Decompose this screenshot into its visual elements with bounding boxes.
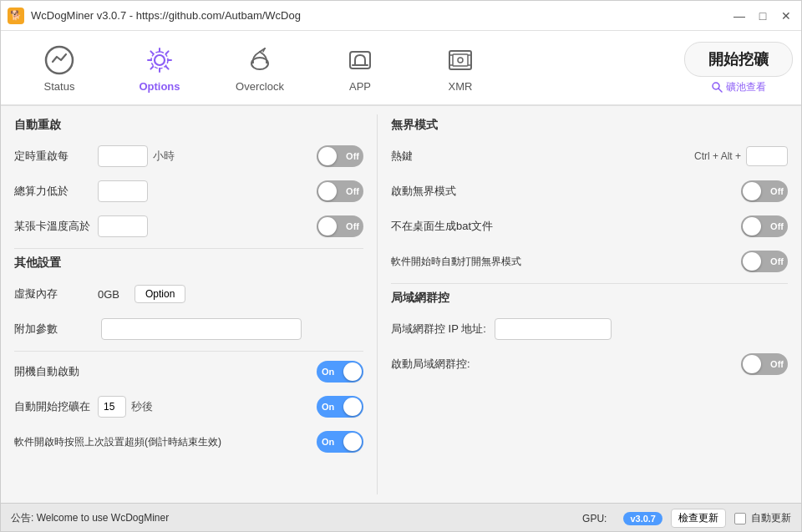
nav-item-status[interactable]: Status (9, 34, 109, 101)
right-panel: 無界模式 熱鍵 Ctrl + Alt + 啟動無界模式 Off 不在桌面生成ba… (378, 106, 801, 503)
hotkey-input[interactable] (746, 146, 788, 166)
auto-update-label: 自動更新 (751, 511, 791, 525)
row-overclock-last: 軟件開啟時按照上次設置超頻(倒計時結束生效) On (14, 428, 363, 455)
label-no-bat: 不在桌面生成bat文件 (391, 219, 741, 234)
unit-seconds: 秒後 (131, 399, 153, 414)
toggle-no-bat[interactable]: Off (741, 215, 788, 237)
row-auto-borderless: 軟件開始時自動打開無界模式 Off (391, 248, 788, 275)
row-launch-borderless: 啟動無界模式 Off (391, 178, 788, 205)
input-extra-params[interactable] (101, 318, 302, 340)
xmr-icon (444, 43, 477, 77)
version-badge: v3.0.7 (623, 512, 662, 525)
option-button[interactable]: Option (135, 285, 185, 303)
toggle-knob-autostart (343, 362, 362, 381)
close-button[interactable]: ✕ (778, 8, 794, 24)
label-lan-ip: 局域網群控 IP 地址: (391, 322, 486, 337)
row-virtual-mem: 虛擬內存 0GB Option (14, 281, 363, 307)
virtual-mem-value: 0GB (98, 288, 119, 301)
input-temp[interactable] (98, 215, 148, 237)
row-no-bat: 不在桌面生成bat文件 Off (391, 213, 788, 240)
label-auto-mine: 自動開始挖礦在 (14, 399, 98, 414)
start-mining-button[interactable]: 開始挖礦 (684, 42, 793, 77)
section-other: 其他設置 (14, 256, 363, 272)
input-scheduled-hours[interactable] (98, 145, 148, 167)
nav-label-overclock: Overclock (236, 80, 284, 93)
minimize-button[interactable]: — (731, 8, 748, 24)
label-temp: 某張卡溫度高於 (14, 219, 98, 234)
left-panel: 自動重啟 定時重啟每 小時 Off 總算力低於 Off 某張卡溫度高於 (1, 106, 377, 503)
toggle-lan-enable[interactable]: Off (741, 353, 788, 375)
toggle-auto-borderless[interactable]: Off (741, 251, 788, 272)
app-title: WcDogMiner v3.0.7 - https://github.com/A… (31, 9, 731, 22)
toggle-knob-no-bat (743, 217, 761, 236)
toggle-knob-temp (318, 217, 337, 236)
virtual-mem-value-container: 0GB Option (98, 285, 185, 303)
auto-update-checkbox[interactable] (734, 513, 746, 524)
nav-item-options[interactable]: Options (109, 34, 210, 101)
label-launch-borderless: 啟動無界模式 (391, 184, 741, 199)
section-lan: 局域網群控 (391, 291, 788, 307)
titlebar: 🐕 WcDogMiner v3.0.7 - https://github.com… (1, 1, 801, 31)
nav-item-app[interactable]: APP (310, 34, 410, 101)
nav-item-xmr[interactable]: XMR (410, 34, 510, 101)
app-icon: 🐕 (8, 8, 24, 24)
row-lan-enable: 啟動局域網群控: Off (391, 351, 788, 377)
toggle-knob-auto-mine (343, 398, 362, 416)
row-extra-params: 附加參數 (14, 316, 363, 342)
label-overclock-last: 軟件開啟時按照上次設置超頻(倒計時結束生效) (14, 435, 310, 449)
separator-2 (14, 351, 363, 352)
check-update-button[interactable]: 檢查更新 (671, 509, 726, 528)
pool-link[interactable]: 礦池查看 (711, 80, 766, 94)
nav-label-app: APP (349, 80, 371, 93)
row-hotkey: 熱鍵 Ctrl + Alt + (391, 143, 788, 170)
label-auto-borderless: 軟件開始時自動打開無界模式 (391, 255, 741, 269)
svg-line-16 (718, 89, 722, 92)
input-lan-ip[interactable] (495, 318, 612, 340)
auto-update-row: 自動更新 (734, 511, 791, 525)
nav-label-status: Status (44, 80, 75, 93)
label-scheduled: 定時重啟每 (14, 149, 98, 164)
main-content: 自動重啟 定時重啟每 小時 Off 總算力低於 Off 某張卡溫度高於 (1, 106, 801, 503)
svg-rect-9 (453, 54, 468, 66)
announcement-text: 公告: Welcome to use WcDogMiner (11, 511, 582, 525)
search-icon (711, 81, 723, 93)
hotkey-text: Ctrl + Alt + (694, 150, 741, 162)
svg-point-0 (46, 47, 73, 73)
maximize-button[interactable]: □ (754, 8, 771, 24)
status-icon (43, 43, 76, 77)
toggle-launch-borderless[interactable]: Off (741, 180, 788, 202)
toggle-knob (318, 147, 337, 165)
nav-label-xmr: XMR (449, 80, 473, 93)
input-hashrate[interactable] (98, 180, 148, 202)
navbar: Status Options Overclock (1, 31, 801, 106)
separator-right-1 (391, 283, 788, 284)
nav-item-overclock[interactable]: Overclock (210, 34, 310, 101)
statusbar: 公告: Welcome to use WcDogMiner GPU: v3.0.… (1, 503, 801, 532)
label-extra-params: 附加參數 (14, 322, 98, 337)
input-auto-mine-seconds[interactable] (98, 396, 126, 418)
row-hashrate: 總算力低於 Off (14, 178, 363, 205)
window-controls: — □ ✕ (731, 8, 794, 24)
label-autostart: 開機自動啟動 (14, 364, 98, 379)
row-temp: 某張卡溫度高於 Off (14, 213, 363, 240)
row-auto-mine: 自動開始挖礦在 秒後 On (14, 393, 363, 420)
toggle-temp[interactable]: Off (317, 215, 363, 237)
section-borderless: 無界模式 (391, 118, 788, 134)
label-lan-enable: 啟動局域網群控: (391, 357, 741, 372)
toggle-autostart[interactable]: On (317, 361, 363, 383)
toggle-knob-auto-borderless (743, 252, 761, 271)
gpu-info: GPU: (582, 513, 607, 524)
options-icon (143, 43, 176, 77)
unit-hours: 小時 (153, 149, 175, 164)
label-hashrate: 總算力低於 (14, 184, 98, 199)
pool-link-label: 礦池查看 (726, 80, 766, 94)
toggle-scheduled[interactable]: Off (317, 145, 363, 167)
label-virtual-mem: 虛擬內存 (14, 286, 98, 301)
svg-point-3 (251, 58, 268, 69)
toggle-auto-mine[interactable]: On (317, 396, 363, 418)
toggle-overclock-last[interactable]: On (317, 431, 363, 453)
hotkey-container: Ctrl + Alt + (694, 146, 788, 166)
label-hotkey: 熱鍵 (391, 149, 475, 164)
separator-1 (14, 248, 363, 249)
toggle-hashrate[interactable]: Off (317, 180, 363, 202)
